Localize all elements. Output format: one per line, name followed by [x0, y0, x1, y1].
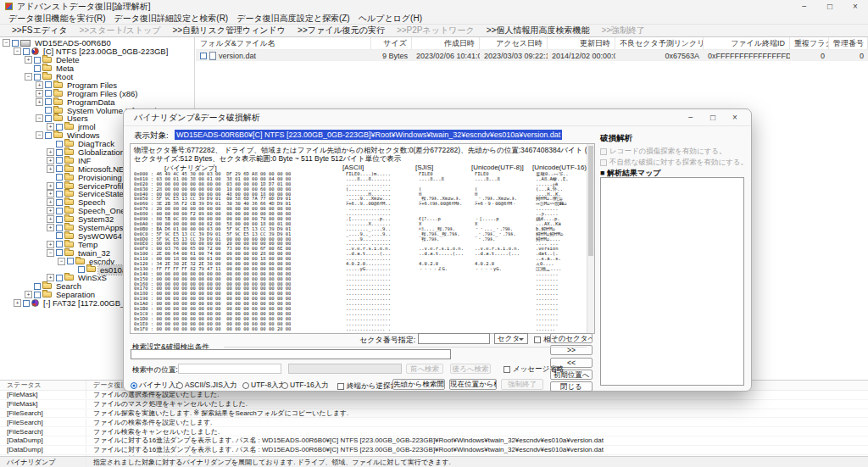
tree-checkbox[interactable]: [34, 292, 41, 298]
target-path-value[interactable]: WD15EADS-00R6B0¥[C] NTFS [223.00GB_0GB-2…: [175, 130, 562, 140]
close-icon[interactable]: ×: [843, 0, 868, 13]
toolbar-button[interactable]: >>個人情報用高度検索機能: [487, 25, 590, 36]
expander-icon[interactable]: +: [36, 81, 43, 89]
tree-item[interactable]: +Delete: [0, 56, 194, 64]
input-mode-radio[interactable]: バイナリ入力: [131, 381, 183, 391]
column-header[interactable]: アクセス日時: [480, 37, 548, 49]
maximize-icon[interactable]: □: [817, 0, 843, 13]
tree-checkbox[interactable]: [56, 232, 63, 239]
search-from-start-button[interactable]: 先頭から検索開始: [392, 379, 445, 390]
search-condition-input[interactable]: [131, 349, 451, 359]
expander-icon[interactable]: +: [47, 190, 54, 197]
expander-icon[interactable]: +: [47, 274, 54, 281]
expander-icon[interactable]: +: [47, 198, 54, 206]
dump-scrollbar[interactable]: [587, 144, 594, 333]
tree-checkbox[interactable]: [23, 48, 30, 55]
expander-icon[interactable]: +: [47, 148, 54, 156]
tree-checkbox[interactable]: [45, 81, 52, 88]
sector-unit-select[interactable]: セクタ: [494, 333, 528, 344]
close-button[interactable]: 閉じる: [550, 381, 593, 392]
tree-checkbox[interactable]: [67, 258, 74, 264]
tree-checkbox[interactable]: [45, 90, 52, 97]
expander-icon[interactable]: +: [25, 291, 32, 298]
expander-icon[interactable]: +: [47, 165, 54, 173]
input-mode-radio[interactable]: UTF-16入力: [281, 381, 329, 391]
search-next-button[interactable]: 後ろへ検索: [450, 364, 491, 374]
dialog-minimize-icon[interactable]: −: [680, 110, 702, 125]
expander-icon[interactable]: −: [36, 131, 43, 139]
tree-checkbox[interactable]: [45, 107, 52, 114]
tree-checkbox[interactable]: [56, 182, 63, 189]
column-header[interactable]: サイズ: [371, 37, 412, 49]
toolbar-button[interactable]: >>ファイル復元の実行: [298, 25, 385, 36]
tree-checkbox[interactable]: [56, 141, 63, 147]
goto-sector-button[interactable]: そのセクタへ: [550, 333, 593, 343]
tree-checkbox[interactable]: [56, 208, 63, 214]
search-position-field[interactable]: [178, 364, 281, 374]
tree-checkbox[interactable]: [56, 157, 63, 164]
search-from-current-button[interactable]: 現在位置から検索: [449, 379, 497, 390]
menu-item[interactable]: データ復旧高度設定と探索(Z): [236, 13, 349, 25]
tree-checkbox[interactable]: [56, 275, 63, 281]
expander-icon[interactable]: +: [47, 215, 54, 223]
search-prev-button[interactable]: 前へ検索: [406, 364, 443, 374]
column-header[interactable]: 不良セクタ予測リンクリスト: [615, 37, 704, 49]
toolbar-button[interactable]: >>FSエディタ: [12, 25, 67, 36]
minimize-icon[interactable]: −: [792, 0, 817, 13]
tree-checkbox[interactable]: [56, 124, 63, 131]
toolbar-button[interactable]: >>自動リスク管理ウィンドウ: [173, 25, 287, 36]
tree-checkbox[interactable]: [56, 191, 63, 197]
column-header[interactable]: 更新日時: [548, 37, 615, 49]
tree-checkbox[interactable]: [34, 74, 41, 81]
expander-icon[interactable]: +: [47, 224, 54, 231]
tree-checkbox[interactable]: [56, 174, 63, 181]
input-mode-radio[interactable]: ASCII/S.JIS入力: [176, 381, 237, 391]
tree-checkbox[interactable]: [78, 266, 85, 273]
column-header[interactable]: ファイル終端ID: [704, 37, 790, 49]
tree-checkbox[interactable]: [12, 40, 19, 47]
tree-checkbox[interactable]: [34, 65, 41, 72]
column-header[interactable]: 作成日時: [412, 37, 480, 49]
message-skip-checkbox[interactable]: メッセージ省略: [504, 364, 564, 375]
expander-icon[interactable]: +: [47, 123, 54, 131]
expander-icon[interactable]: −: [3, 39, 10, 47]
expander-icon[interactable]: −: [36, 114, 43, 122]
column-header[interactable]: 重複フラグ: [790, 37, 829, 49]
tree-checkbox[interactable]: [56, 199, 63, 206]
tree-checkbox[interactable]: [56, 241, 63, 247]
expander-icon[interactable]: +: [14, 299, 21, 307]
menu-item[interactable]: データ復旧詳細設定と検索(R): [114, 13, 229, 25]
tree-checkbox[interactable]: [56, 216, 63, 223]
expander-icon[interactable]: +: [47, 182, 54, 190]
expander-icon[interactable]: −: [14, 47, 21, 55]
menu-item[interactable]: ヘルプとログ(H): [359, 13, 422, 25]
expander-icon[interactable]: +: [25, 56, 32, 64]
column-header[interactable]: フォルダ&ファイル名: [196, 37, 371, 49]
expander-icon[interactable]: −: [47, 249, 54, 257]
expander-icon[interactable]: +: [36, 98, 43, 106]
tree-checkbox[interactable]: [56, 249, 63, 256]
menu-item[interactable]: データ復旧機能を実行(R): [8, 13, 106, 25]
expander-icon[interactable]: +: [47, 241, 54, 248]
expander-icon[interactable]: +: [47, 207, 54, 214]
expander-icon[interactable]: −: [58, 258, 65, 265]
expander-icon[interactable]: −: [25, 73, 32, 81]
unnatural-damage-checkbox[interactable]: 不自然な破損に対する探索を有効にする。: [600, 158, 748, 168]
record-damage-checkbox[interactable]: レコードの損傷探索を有効にする。: [600, 147, 726, 157]
tree-checkbox[interactable]: [45, 132, 52, 139]
tree-checkbox[interactable]: [23, 300, 30, 307]
tree-checkbox[interactable]: [56, 149, 63, 156]
force-quit-button[interactable]: 強制終了: [501, 379, 543, 390]
file-row[interactable]: version.dat9 Bytes2023/02/06 10:41:05202…: [196, 50, 868, 61]
input-mode-radio[interactable]: UTF-8入力: [242, 381, 286, 391]
reverse-search-checkbox[interactable]: 終端から逆探索: [337, 381, 398, 392]
tree-checkbox[interactable]: [34, 57, 41, 64]
tree-item[interactable]: Meta: [0, 64, 194, 73]
expander-icon[interactable]: +: [36, 90, 43, 97]
tree-checkbox[interactable]: [56, 225, 63, 231]
dump-scrollbar-thumb[interactable]: [588, 146, 593, 256]
tree-item[interactable]: −[C] NTFS [223.00GB_0GB-223GB]: [0, 47, 194, 56]
tree-checkbox[interactable]: [45, 98, 52, 105]
tree-checkbox[interactable]: [45, 115, 52, 122]
column-header[interactable]: 管理番号: [829, 37, 868, 49]
